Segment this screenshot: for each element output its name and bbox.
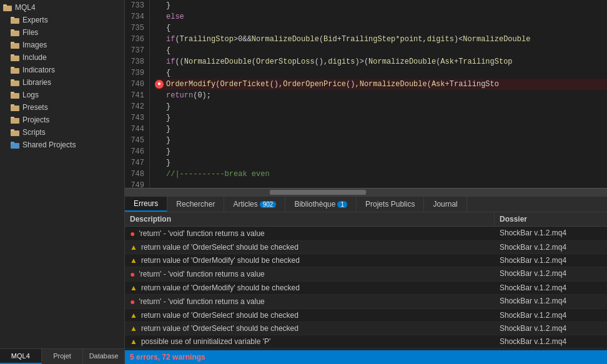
sidebar-tab-mql4[interactable]: MQL4 <box>0 349 42 364</box>
svg-rect-17 <box>11 104 14 106</box>
tree-item-label: Logs <box>22 91 39 99</box>
error-icon: ● <box>130 229 135 239</box>
sidebar-item-include[interactable]: Include <box>0 51 124 64</box>
bottom-tab-bibliotheque[interactable]: Bibliothèque1 <box>285 197 357 212</box>
code-editor: 7337347357367377387397407417427437447457… <box>125 0 607 195</box>
line-number: 742 <box>130 101 144 112</box>
row-description: ●'return' - 'void' function returns a va… <box>125 267 495 281</box>
code-line: } <box>155 101 607 112</box>
tab-label: Journal <box>433 200 457 209</box>
status-bar: 5 errors, 72 warnings <box>125 350 607 364</box>
row-dossier: ShockBar v.1.2.mq4 <box>495 227 607 240</box>
tree-item-label: Include <box>22 53 47 62</box>
tab-label: Bibliothèque <box>294 200 335 209</box>
line-number: 749 <box>130 180 144 188</box>
code-text: } <box>166 101 170 112</box>
code-line: { <box>155 67 607 79</box>
sidebar: MQL4 Experts Files Images Include Indica… <box>0 0 125 364</box>
bottom-tab-rechercher[interactable]: Rechercher <box>167 197 224 212</box>
warning-icon: ▲ <box>130 243 137 252</box>
svg-rect-3 <box>11 17 14 19</box>
code-text: } <box>166 157 170 169</box>
sidebar-item-indicators[interactable]: Indicators <box>0 64 124 76</box>
code-line: { <box>155 22 607 34</box>
sidebar-item-files[interactable]: Files <box>0 26 124 39</box>
code-lines[interactable]: }else{if(TrailingStop>0&&NormalizeDouble… <box>150 0 607 188</box>
table-row[interactable]: ▲return value of 'OrderModify' should be… <box>125 282 607 295</box>
line-number: 746 <box>130 146 144 157</box>
svg-rect-0 <box>3 6 12 11</box>
description-text: return value of 'OrderSelect' should be … <box>141 324 299 333</box>
svg-rect-9 <box>11 54 14 56</box>
bottom-tab-projets-publics[interactable]: Projets Publics <box>357 197 424 212</box>
line-numbers: 7337347357367377387397407417427437447457… <box>125 0 150 188</box>
editor-scrollbar[interactable] <box>125 188 607 195</box>
description-text: possible use of uninitialized variable '… <box>141 337 270 346</box>
line-number: 748 <box>130 169 144 180</box>
line-number: 733 <box>130 0 144 11</box>
tab-label: Projets Publics <box>365 200 415 209</box>
tree-item-label: Presets <box>22 103 48 112</box>
sidebar-tab-database[interactable]: Database <box>83 349 124 364</box>
table-row[interactable]: ●'return' - 'void' function returns a va… <box>125 267 607 282</box>
code-content: 7337347357367377387397407417427437447457… <box>125 0 607 188</box>
scrollbar-thumb[interactable] <box>270 190 366 195</box>
code-text: return(0); <box>166 90 211 101</box>
sidebar-item-images[interactable]: Images <box>0 39 124 51</box>
code-line: else <box>155 11 607 22</box>
line-number: 745 <box>130 135 144 146</box>
sidebar-item-libraries[interactable]: Libraries <box>0 76 124 89</box>
sidebar-item-mql4[interactable]: MQL4 <box>0 1 124 14</box>
line-number: 738 <box>130 56 144 67</box>
code-line: } <box>155 112 607 124</box>
sidebar-item-scripts[interactable]: Scripts <box>0 126 124 139</box>
code-line: //|----------break even <box>155 169 607 180</box>
svg-rect-6 <box>11 43 19 49</box>
table-row[interactable]: ▲possible use of uninitialized variable … <box>125 335 607 348</box>
sidebar-tab-projet[interactable]: Projet <box>42 349 84 364</box>
table-row[interactable]: ▲return value of 'OrderSelect' should be… <box>125 322 607 335</box>
row-description: ▲return value of 'OrderModify' should be… <box>125 254 495 267</box>
table-row[interactable]: ▲return value of 'OrderModify' should be… <box>125 254 607 267</box>
table-row[interactable]: ▲return value of 'OrderSelect' should be… <box>125 241 607 254</box>
code-text: //|----------break even <box>166 169 270 180</box>
errors-table: Description Dossier ●'return' - 'void' f… <box>125 212 607 350</box>
bottom-tab-erreurs[interactable]: Erreurs <box>125 197 167 212</box>
sidebar-item-shared-projects[interactable]: Shared Projects <box>0 139 124 151</box>
folder-icon <box>10 77 20 87</box>
code-text: OrderModify(OrderTicket(),OrderOpenPrice… <box>166 79 499 90</box>
row-description: ▲return value of 'OrderSelect' should be… <box>125 241 495 253</box>
tree-item-label: MQL4 <box>15 3 36 12</box>
svg-rect-7 <box>11 42 14 44</box>
folder-icon <box>10 65 20 75</box>
bottom-panel: ErreursRechercherArticles902Bibliothèque… <box>125 195 607 364</box>
row-dossier: ShockBar v.1.2.mq4 <box>495 241 607 253</box>
table-row[interactable]: ●'return' - 'void' function returns a va… <box>125 295 607 309</box>
table-row[interactable]: ▲return value of 'OrderSelect' should be… <box>125 309 607 322</box>
warning-icon: ▲ <box>130 337 137 346</box>
file-tree: MQL4 Experts Files Images Include Indica… <box>0 0 124 348</box>
svg-rect-5 <box>11 29 14 31</box>
line-number: 737 <box>130 45 144 56</box>
bottom-tab-journal[interactable]: Journal <box>424 197 466 212</box>
table-row[interactable]: ●'return' - 'void' function returns a va… <box>125 227 607 241</box>
code-line: if((NormalizeDouble(OrderStopLoss(),digi… <box>155 56 607 67</box>
folder-icon <box>10 115 20 125</box>
bottom-tab-articles[interactable]: Articles902 <box>224 197 285 212</box>
tree-item-label: Scripts <box>22 128 46 137</box>
sidebar-item-presets[interactable]: Presets <box>0 101 124 114</box>
tree-item-label: Files <box>22 28 38 37</box>
sidebar-item-logs[interactable]: Logs <box>0 89 124 101</box>
code-text: { <box>166 45 170 56</box>
line-number: 740 <box>130 79 144 90</box>
sidebar-item-projects[interactable]: Projects <box>0 114 124 126</box>
line-number: 736 <box>130 34 144 45</box>
row-dossier: ShockBar v.1.2.mq4 <box>495 335 607 348</box>
line-number: 735 <box>130 22 144 34</box>
code-text: { <box>166 67 170 79</box>
row-description: ▲return value of 'OrderSelect' should be… <box>125 322 495 335</box>
description-text: return value of 'OrderModify' should be … <box>141 283 300 292</box>
table-header: Description Dossier <box>125 212 607 227</box>
sidebar-item-experts[interactable]: Experts <box>0 14 124 26</box>
code-line: } <box>155 0 607 11</box>
